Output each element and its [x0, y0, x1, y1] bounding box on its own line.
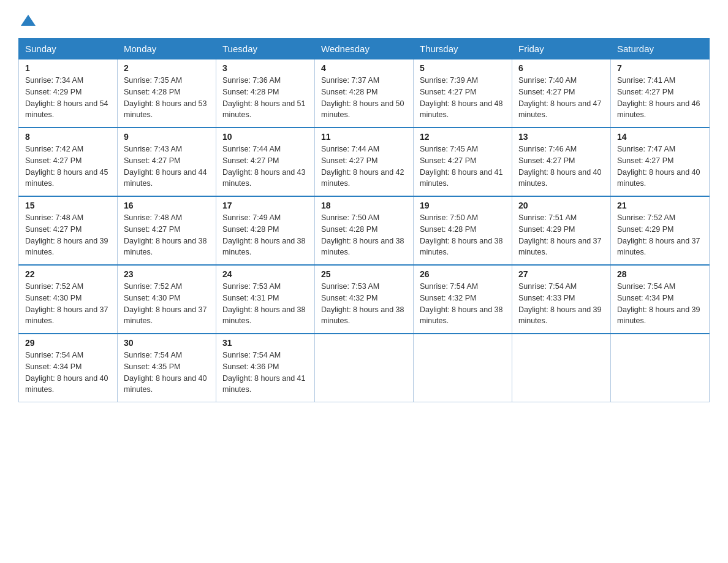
day-info: Sunrise: 7:54 AMSunset: 4:33 PMDaylight:… — [518, 281, 604, 327]
day-info: Sunrise: 7:54 AMSunset: 4:32 PMDaylight:… — [420, 281, 506, 327]
day-info: Sunrise: 7:53 AMSunset: 4:31 PMDaylight:… — [222, 281, 308, 327]
day-number: 22 — [25, 269, 111, 279]
day-info: Sunrise: 7:36 AMSunset: 4:28 PMDaylight:… — [222, 75, 308, 121]
day-number: 1 — [25, 63, 111, 73]
day-number: 27 — [518, 269, 604, 279]
day-info: Sunrise: 7:44 AMSunset: 4:27 PMDaylight:… — [321, 144, 407, 190]
calendar-cell: 26Sunrise: 7:54 AMSunset: 4:32 PMDayligh… — [414, 265, 512, 334]
day-number: 3 — [222, 63, 308, 73]
day-number: 29 — [25, 338, 111, 348]
calendar-cell: 16Sunrise: 7:48 AMSunset: 4:27 PMDayligh… — [118, 196, 216, 265]
day-info: Sunrise: 7:48 AMSunset: 4:27 PMDaylight:… — [25, 212, 111, 258]
calendar-cell: 9Sunrise: 7:43 AMSunset: 4:27 PMDaylight… — [118, 128, 216, 196]
calendar-cell: 27Sunrise: 7:54 AMSunset: 4:33 PMDayligh… — [512, 265, 611, 334]
col-header-monday: Monday — [118, 39, 216, 59]
day-number: 9 — [124, 132, 210, 142]
col-header-wednesday: Wednesday — [315, 39, 414, 59]
day-info: Sunrise: 7:46 AMSunset: 4:27 PMDaylight:… — [518, 144, 604, 190]
day-number: 15 — [25, 201, 111, 210]
day-info: Sunrise: 7:54 AMSunset: 4:35 PMDaylight:… — [124, 350, 210, 396]
day-info: Sunrise: 7:52 AMSunset: 4:30 PMDaylight:… — [124, 281, 210, 327]
calendar-cell: 31Sunrise: 7:54 AMSunset: 4:36 PMDayligh… — [216, 334, 315, 402]
day-number: 30 — [124, 338, 210, 348]
day-number: 21 — [617, 201, 703, 210]
day-info: Sunrise: 7:34 AMSunset: 4:29 PMDaylight:… — [25, 75, 111, 121]
day-number: 18 — [321, 201, 407, 210]
day-number: 31 — [222, 338, 308, 348]
day-number: 5 — [420, 63, 506, 73]
day-info: Sunrise: 7:54 AMSunset: 4:36 PMDaylight:… — [222, 350, 308, 396]
day-number: 24 — [222, 269, 308, 279]
calendar-cell: 29Sunrise: 7:54 AMSunset: 4:34 PMDayligh… — [19, 334, 118, 402]
day-info: Sunrise: 7:49 AMSunset: 4:28 PMDaylight:… — [222, 212, 308, 258]
header-row: SundayMondayTuesdayWednesdayThursdayFrid… — [19, 39, 710, 59]
day-info: Sunrise: 7:47 AMSunset: 4:27 PMDaylight:… — [617, 144, 703, 190]
col-header-thursday: Thursday — [414, 39, 512, 59]
day-info: Sunrise: 7:52 AMSunset: 4:30 PMDaylight:… — [25, 281, 111, 327]
day-number: 25 — [321, 269, 407, 279]
day-number: 17 — [222, 201, 308, 210]
calendar-cell: 18Sunrise: 7:50 AMSunset: 4:28 PMDayligh… — [315, 196, 414, 265]
day-number: 14 — [617, 132, 703, 142]
calendar-cell: 22Sunrise: 7:52 AMSunset: 4:30 PMDayligh… — [19, 265, 118, 334]
calendar-cell: 3Sunrise: 7:36 AMSunset: 4:28 PMDaylight… — [216, 59, 315, 128]
day-number: 13 — [518, 132, 604, 142]
day-number: 19 — [420, 201, 506, 210]
calendar-cell: 21Sunrise: 7:52 AMSunset: 4:29 PMDayligh… — [611, 196, 710, 265]
day-info: Sunrise: 7:50 AMSunset: 4:28 PMDaylight:… — [321, 212, 407, 258]
week-row-4: 22Sunrise: 7:52 AMSunset: 4:30 PMDayligh… — [19, 265, 710, 334]
week-row-5: 29Sunrise: 7:54 AMSunset: 4:34 PMDayligh… — [19, 334, 710, 402]
day-info: Sunrise: 7:54 AMSunset: 4:34 PMDaylight:… — [25, 350, 111, 396]
calendar-cell: 14Sunrise: 7:47 AMSunset: 4:27 PMDayligh… — [611, 128, 710, 196]
day-info: Sunrise: 7:50 AMSunset: 4:28 PMDaylight:… — [420, 212, 506, 258]
day-number: 7 — [617, 63, 703, 73]
day-info: Sunrise: 7:52 AMSunset: 4:29 PMDaylight:… — [617, 212, 703, 258]
day-info: Sunrise: 7:53 AMSunset: 4:32 PMDaylight:… — [321, 281, 407, 327]
calendar-cell: 23Sunrise: 7:52 AMSunset: 4:30 PMDayligh… — [118, 265, 216, 334]
day-number: 4 — [321, 63, 407, 73]
day-info: Sunrise: 7:51 AMSunset: 4:29 PMDaylight:… — [518, 212, 604, 258]
calendar-cell: 4Sunrise: 7:37 AMSunset: 4:28 PMDaylight… — [315, 59, 414, 128]
calendar-cell — [414, 334, 512, 402]
calendar-cell — [611, 334, 710, 402]
svg-marker-0 — [21, 15, 36, 26]
day-info: Sunrise: 7:39 AMSunset: 4:27 PMDaylight:… — [420, 75, 506, 121]
day-info: Sunrise: 7:44 AMSunset: 4:27 PMDaylight:… — [222, 144, 308, 190]
day-number: 10 — [222, 132, 308, 142]
day-info: Sunrise: 7:40 AMSunset: 4:27 PMDaylight:… — [518, 75, 604, 121]
day-info: Sunrise: 7:35 AMSunset: 4:28 PMDaylight:… — [124, 75, 210, 121]
day-number: 12 — [420, 132, 506, 142]
day-number: 11 — [321, 132, 407, 142]
logo-icon — [20, 12, 37, 29]
calendar-cell: 2Sunrise: 7:35 AMSunset: 4:28 PMDaylight… — [118, 59, 216, 128]
calendar-cell: 25Sunrise: 7:53 AMSunset: 4:32 PMDayligh… — [315, 265, 414, 334]
calendar-cell — [512, 334, 611, 402]
day-info: Sunrise: 7:45 AMSunset: 4:27 PMDaylight:… — [420, 144, 506, 190]
day-info: Sunrise: 7:48 AMSunset: 4:27 PMDaylight:… — [124, 212, 210, 258]
day-number: 28 — [617, 269, 703, 279]
col-header-tuesday: Tuesday — [216, 39, 315, 59]
calendar-cell: 6Sunrise: 7:40 AMSunset: 4:27 PMDaylight… — [512, 59, 611, 128]
day-info: Sunrise: 7:41 AMSunset: 4:27 PMDaylight:… — [617, 75, 703, 121]
col-header-friday: Friday — [512, 39, 611, 59]
col-header-sunday: Sunday — [19, 39, 118, 59]
calendar-cell: 30Sunrise: 7:54 AMSunset: 4:35 PMDayligh… — [118, 334, 216, 402]
week-row-3: 15Sunrise: 7:48 AMSunset: 4:27 PMDayligh… — [19, 196, 710, 265]
week-row-1: 1Sunrise: 7:34 AMSunset: 4:29 PMDaylight… — [19, 59, 710, 128]
day-info: Sunrise: 7:43 AMSunset: 4:27 PMDaylight:… — [124, 144, 210, 190]
calendar-cell: 8Sunrise: 7:42 AMSunset: 4:27 PMDaylight… — [19, 128, 118, 196]
day-info: Sunrise: 7:54 AMSunset: 4:34 PMDaylight:… — [617, 281, 703, 327]
page-header — [18, 12, 710, 27]
day-number: 20 — [518, 201, 604, 210]
calendar-cell: 10Sunrise: 7:44 AMSunset: 4:27 PMDayligh… — [216, 128, 315, 196]
calendar-cell: 19Sunrise: 7:50 AMSunset: 4:28 PMDayligh… — [414, 196, 512, 265]
logo — [18, 12, 37, 27]
calendar-cell: 15Sunrise: 7:48 AMSunset: 4:27 PMDayligh… — [19, 196, 118, 265]
day-number: 23 — [124, 269, 210, 279]
day-number: 8 — [25, 132, 111, 142]
calendar-cell: 7Sunrise: 7:41 AMSunset: 4:27 PMDaylight… — [611, 59, 710, 128]
calendar-cell: 5Sunrise: 7:39 AMSunset: 4:27 PMDaylight… — [414, 59, 512, 128]
day-number: 6 — [518, 63, 604, 73]
day-number: 2 — [124, 63, 210, 73]
calendar-table: SundayMondayTuesdayWednesdayThursdayFrid… — [18, 38, 710, 402]
